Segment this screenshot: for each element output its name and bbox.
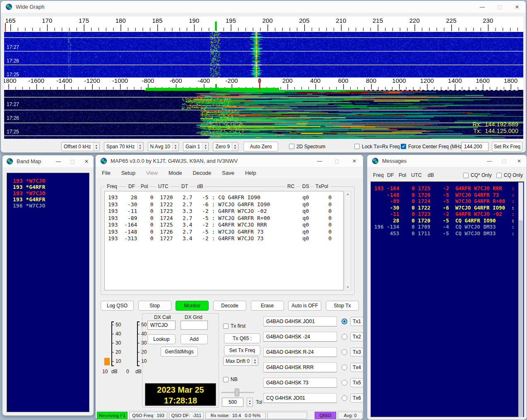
checkbox-icon[interactable]	[289, 144, 294, 149]
frequency-ruler-top[interactable]	[4, 17, 523, 32]
menu-item-file[interactable]: File	[102, 170, 111, 176]
menu-item-save[interactable]: Save	[222, 170, 234, 176]
set-tx-freq-button[interactable]: Set Tx Freq	[224, 345, 260, 355]
maximize-button[interactable]: ▢	[497, 155, 512, 167]
force-center-freq-checkbox[interactable]: Force Center Freq (MHz)	[401, 144, 464, 150]
max-drift-spinner[interactable]: Max Drift 0▲▼	[223, 357, 258, 366]
band-map-entry[interactable]: 193 *W7CJO	[13, 178, 89, 184]
tx-radio-5[interactable]	[342, 380, 347, 386]
tx-mode-button[interactable]: Tx Q65 :	[224, 333, 260, 343]
messages-scrollbar[interactable]	[518, 182, 523, 417]
menu-item-mode[interactable]: Mode	[168, 170, 182, 176]
tx-message-field[interactable]: G4BAO G4HSK R-24	[263, 347, 337, 357]
tx-button-3[interactable]: Tx3	[350, 348, 363, 357]
lookup-button[interactable]: Lookup	[147, 334, 176, 344]
wg-spinner-0[interactable]: Offset 0 kHz▲▼	[61, 142, 100, 151]
tx-button-2[interactable]: Tx2	[350, 332, 363, 341]
menu-item-view[interactable]: View	[146, 170, 158, 176]
wide-graph-titlebar[interactable]: Wide Graph — ▢ ✕	[1, 1, 526, 13]
close-button[interactable]: ✕	[508, 1, 526, 13]
checkbox-icon[interactable]	[496, 173, 502, 178]
button-stop[interactable]: Stop	[138, 301, 171, 311]
waterfall-lower[interactable]: Rx: 144.192.689Tx: 144.125.000 17:2717:2…	[4, 90, 523, 139]
tx-radio-1[interactable]	[342, 319, 347, 324]
waterfall-lower-canvas[interactable]	[4, 90, 523, 139]
tx-message-field[interactable]: G4BAO G4HSK -24	[263, 332, 337, 342]
tx-message-field[interactable]: G4BAO G4HSK 73	[263, 378, 337, 388]
2d-spectrum-checkbox[interactable]: 2D Spectrum	[289, 144, 325, 150]
button-stop-tx[interactable]: Stop Tx	[326, 301, 359, 311]
map65-titlebar[interactable]: MAP65 v3.0.0 by K1JT, G4WJS, K9AN, and I…	[96, 155, 363, 167]
spin-arrows-icon[interactable]: ▲▼	[232, 142, 238, 151]
lock-tx-rx-checkbox[interactable]: Lock Tx=Rx Freq	[354, 144, 399, 150]
wg-spinner-2[interactable]: N Avg 10▲▼	[148, 142, 179, 151]
set-rx-freq-button[interactable]: Set Rx Freq	[492, 142, 522, 152]
tx-radio-6[interactable]	[342, 395, 347, 401]
tx-button-5[interactable]: Tx5	[350, 378, 363, 387]
maximize-button[interactable]: ▢	[65, 155, 79, 167]
decode-scrollbar[interactable]: ▲ ▼	[344, 191, 351, 290]
button-erase[interactable]: Erase	[251, 301, 284, 311]
minimize-button[interactable]: —	[482, 155, 497, 167]
close-button[interactable]: ✕	[79, 155, 94, 167]
button-decode[interactable]: Decode	[213, 301, 246, 311]
tol-input[interactable]: 500	[222, 398, 243, 407]
scroll-down-icon[interactable]: ▼	[346, 285, 349, 289]
decode-text[interactable]: 193 28 0 1720 2.7 -5 : CQ G4RFR IO90 q0 …	[104, 191, 344, 290]
band-map-entry[interactable]: 193 *W7CJO	[13, 190, 89, 196]
wg-spinner-1[interactable]: Span 70 kHz▲▼	[104, 142, 144, 151]
messages-list[interactable]: 193 -164 0 1725 -2 G4RFR W7CJO RRR : -14…	[371, 181, 524, 417]
minimize-button[interactable]: —	[311, 155, 328, 167]
band-map-list[interactable]: 193 *W7CJO193 *G4RFR193 *W7CJO193 *G4RFR…	[7, 173, 89, 412]
tx-message-field[interactable]: CQ G4HSK JO01	[263, 393, 337, 403]
wg-spinner-3[interactable]: Gain 1▲▼	[183, 142, 209, 151]
tx-message-field[interactable]: G4BAO G4HSK JO01	[263, 316, 337, 326]
close-button[interactable]: ✕	[512, 155, 527, 167]
message-row[interactable]: 453 0 1711 -5 CQ W7CJO DM33 :	[374, 230, 524, 237]
checkbox-icon[interactable]	[223, 377, 229, 382]
center-freq-input[interactable]: 144.200	[461, 142, 488, 151]
band-map-entry[interactable]: 196 *W7CJO	[13, 203, 89, 209]
dx-call-input[interactable]: W7CJO	[147, 321, 176, 330]
maximize-button[interactable]: ▢	[491, 1, 508, 13]
button-log-qso[interactable]: Log QSO	[101, 301, 134, 311]
band-map-entry[interactable]: 193 *G4RFR	[13, 184, 89, 190]
message-row[interactable]: 28 0 1720 -5 CQ G4RFR IO90 :	[374, 217, 524, 224]
dx-grid-input[interactable]	[180, 321, 208, 330]
close-button[interactable]: ✕	[346, 155, 363, 167]
messages-titlebar[interactable]: Messages — ▢ ✕	[367, 155, 527, 167]
checkbox-checked-icon[interactable]	[401, 144, 406, 149]
auto-zero-button[interactable]: Auto Zero	[243, 142, 278, 152]
waterfall-upper-canvas[interactable]	[4, 32, 523, 77]
tx-first-checkbox[interactable]: Tx first	[223, 323, 245, 329]
menu-item-decode[interactable]: Decode	[193, 170, 211, 176]
message-row[interactable]: -11 0 1723 -2 G4RFR W7CJO -02 :	[374, 211, 524, 217]
checkbox-icon[interactable]	[223, 323, 229, 329]
band-map-entry[interactable]: 193 *G4RFR	[13, 196, 89, 203]
spin-arrows-icon[interactable]: ▲▼	[202, 142, 208, 151]
frequency-ruler-offset[interactable]	[4, 77, 523, 90]
cq-star-only-checkbox[interactable]: CQ* Only	[463, 172, 492, 178]
menu-item-help[interactable]: Help	[245, 170, 256, 176]
slider-handle[interactable]	[235, 389, 239, 396]
tx-button-4[interactable]: Tx4	[350, 363, 363, 372]
tx-radio-2[interactable]	[342, 334, 347, 340]
button-monitor[interactable]: Monitor	[176, 301, 209, 311]
tx-button-1[interactable]: Tx1	[350, 317, 363, 326]
message-row[interactable]: -148 0 1726 -5 W7CJO G4RFR 73 :	[374, 192, 524, 198]
tx-radio-3[interactable]	[342, 349, 347, 355]
tol-spin-arrows-icon[interactable]: ▲▼	[247, 398, 253, 407]
cq-only-checkbox[interactable]: CQ Only	[496, 172, 523, 178]
checkbox-icon[interactable]	[354, 144, 360, 149]
message-row[interactable]: 196 -134 0 1709 -4 CQ W7CJO DM33 :	[374, 224, 524, 230]
spin-arrows-icon[interactable]: ▲▼	[172, 142, 178, 151]
gen-std-msgs-button[interactable]: GenStdMsgs	[161, 347, 198, 357]
waterfall-upper[interactable]: 17:2717:2617:25	[4, 32, 523, 77]
spin-arrows-icon[interactable]: ▲▼	[93, 142, 99, 151]
spin-arrows-icon[interactable]: ▲▼	[252, 357, 258, 365]
tx-radio-4[interactable]	[342, 364, 347, 370]
menu-item-setup[interactable]: Setup	[121, 170, 135, 176]
tx-button-6[interactable]: Tx6	[350, 393, 363, 403]
scroll-up-icon[interactable]: ▲	[346, 192, 349, 196]
message-row[interactable]: 193 -164 0 1725 -2 G4RFR W7CJO RRR :	[374, 185, 524, 192]
